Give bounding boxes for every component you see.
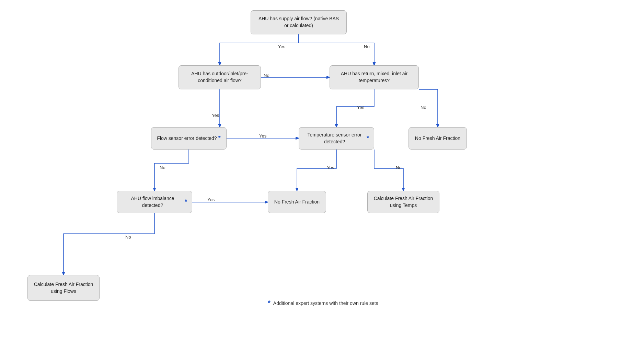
asterisk-temp-sensor: * bbox=[367, 134, 369, 143]
node-ahu-supply-air: AHU has supply air flow? (native BAS or … bbox=[251, 10, 347, 34]
label-yes-4: Yes bbox=[327, 165, 334, 170]
label-yes-6: Yes bbox=[357, 105, 364, 110]
node-no-fresh-air-1: No Fresh Air Fraction bbox=[409, 127, 467, 150]
label-yes-5: Yes bbox=[207, 197, 215, 202]
node-ahu-return-temps: AHU has return, mixed, inlet air tempera… bbox=[330, 65, 419, 89]
label-yes-1: Yes bbox=[278, 44, 285, 49]
legend-asterisk: * bbox=[268, 299, 271, 307]
label-no-1: No bbox=[364, 44, 370, 49]
node-no-fresh-air-2: No Fresh Air Fraction bbox=[268, 191, 326, 213]
label-no-6: No bbox=[421, 105, 426, 110]
node-temp-sensor-error: Temperature sensor error detected? * bbox=[299, 127, 374, 150]
asterisk-flow-sensor: * bbox=[218, 134, 221, 143]
asterisk-flow-imbalance: * bbox=[185, 198, 187, 206]
label-no-5: No bbox=[125, 234, 131, 240]
node-calc-fresh-air-flows: Calculate Fresh Air Fraction using Flows bbox=[27, 275, 100, 301]
label-no-2: No bbox=[264, 73, 269, 78]
label-no-3: No bbox=[160, 165, 165, 170]
label-no-4: No bbox=[396, 165, 402, 170]
legend: * Additional expert systems with their o… bbox=[268, 299, 378, 307]
node-ahu-flow-imbalance: AHU flow imbalance detected? * bbox=[117, 191, 192, 213]
label-yes-2: Yes bbox=[212, 113, 219, 118]
label-yes-3: Yes bbox=[259, 133, 266, 139]
legend-text: Additional expert systems with their own… bbox=[273, 300, 378, 306]
node-calc-fresh-air-temps: Calculate Fresh Air Fraction using Temps bbox=[367, 191, 439, 213]
node-flow-sensor-error: Flow sensor error detected? * bbox=[151, 127, 227, 150]
flowchart: AHU has supply air flow? (native BAS or … bbox=[0, 0, 644, 352]
node-ahu-outdoor-flow: AHU has outdoor/inlet/pre-conditioned ai… bbox=[179, 65, 261, 89]
